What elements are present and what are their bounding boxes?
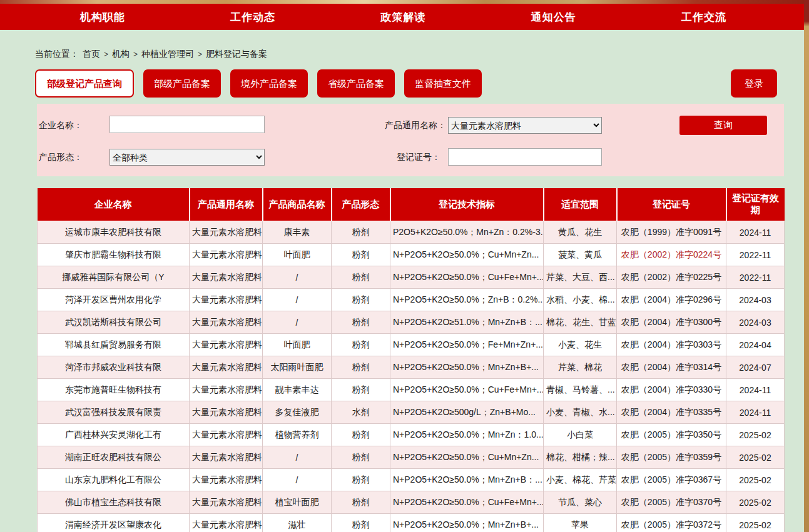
cell-cert: 农肥（2004）准字0300号: [617, 311, 726, 334]
cell-indicator: N+P2O5+K2O≥50.0%；Cu+Mn+Zn...: [390, 244, 544, 266]
cell-expiry: 2024-03: [726, 311, 785, 334]
cell-generic: 大量元素水溶肥料: [190, 401, 263, 424]
cert-no-input[interactable]: [448, 148, 602, 166]
cell-scope: 菠菜、黄瓜: [544, 244, 617, 266]
cell-trade: 植物营养剂: [263, 424, 332, 446]
cell-cert: 农肥（2005）准字0367号: [617, 469, 726, 491]
nav-item-4[interactable]: 工作交流: [629, 10, 779, 24]
cell-form: 粉剂: [332, 446, 390, 469]
column-header-7: 登记证有效期: [726, 188, 785, 221]
nav-item-1[interactable]: 工作动态: [178, 10, 328, 24]
cell-generic: 大量元素水溶肥料: [190, 311, 263, 334]
tab-1[interactable]: 部级产品备案: [143, 69, 221, 98]
table-row: 挪威雅苒国际有限公司（Y大量元素水溶肥料/粉剂N+P2O5+K2O≥50.0%；…: [38, 266, 785, 289]
cell-trade: 太阳雨叶面肥: [263, 356, 332, 379]
cell-expiry: 2024-03: [726, 289, 785, 311]
cell-expiry: 2022-11: [726, 244, 785, 266]
query-button[interactable]: 查询: [679, 116, 767, 135]
cell-generic: 大量元素水溶肥料: [190, 244, 263, 266]
table-row: 武汉富强科技发展有限责大量元素水溶肥料多复佳液肥水剂N+P2O5+K2O≥500…: [38, 401, 785, 424]
table-row: 菏泽开发区曹州农用化学大量元素水溶肥料/粉剂N+P2O5+K2O≥50.0%；Z…: [38, 289, 785, 311]
cell-trade: /: [263, 469, 332, 491]
cell-expiry: 2025-02: [726, 491, 785, 514]
cell-form: 粉剂: [332, 491, 390, 514]
cell-expiry: 2025-02: [726, 514, 785, 532]
results-table: 企业名称产品通用名称产品商品名称产品形态登记技术指标适宜范围登记证号登记证有效期…: [37, 188, 785, 532]
tab-3[interactable]: 省级产品备案: [317, 69, 395, 98]
column-header-1: 产品通用名称: [190, 188, 263, 221]
cell-cert: 农肥（2005）准字0370号: [617, 491, 726, 514]
cell-generic: 大量元素水溶肥料: [190, 334, 263, 356]
product-form-label: 产品形态：: [39, 152, 83, 163]
product-form-select[interactable]: 全部种类: [109, 149, 265, 166]
breadcrumb-item-2[interactable]: 种植业管理司: [141, 49, 194, 60]
results-table-wrap: 企业名称产品通用名称产品商品名称产品形态登记技术指标适宜范围登记证号登记证有效期…: [37, 188, 784, 532]
cell-indicator: N+P2O5+K2O≥50.0%；Mn+Zn：1.0...: [390, 424, 544, 446]
cell-indicator: N+P2O5+K2O≥50.0%；Zn+B：0.2%...: [390, 289, 544, 311]
column-header-5: 适宜范围: [544, 188, 617, 221]
tabs-row: 部级登记产品查询部级产品备案境外产品备案省级产品备案监督抽查文件登录: [35, 69, 774, 98]
cell-form: 粉剂: [332, 289, 390, 311]
cell-cert: 农肥（2004）准字0330号: [617, 379, 726, 401]
cert-no-label: 登记证号：: [397, 152, 440, 163]
tab-0[interactable]: 部级登记产品查询: [35, 69, 134, 98]
cell-scope: 小白菜: [544, 424, 617, 446]
generic-name-select[interactable]: 大量元素水溶肥料: [448, 117, 602, 134]
cell-company: 挪威雅苒国际有限公司（Y: [38, 266, 190, 289]
cell-scope: 小麦、青椒、水...: [544, 401, 617, 424]
cell-trade: /: [263, 266, 332, 289]
cell-indicator: N+P2O5+K2O≥50.0%；Mn+Zn+B：...: [390, 469, 544, 491]
breadcrumb-separator: >: [133, 50, 138, 59]
table-row: 菏泽市邦威农业科技有限大量元素水溶肥料太阳雨叶面肥粉剂N+P2O5+K2O≥50…: [38, 356, 785, 379]
right-edge-banner: [804, 0, 809, 532]
table-row: 渭南经济开发区望康农化大量元素水溶肥料滋壮粉剂N+P2O5+K2O≥50.0%；…: [38, 514, 785, 532]
tab-2[interactable]: 境外产品备案: [230, 69, 308, 98]
cell-company: 湖南正旺农肥科技有限公: [38, 446, 190, 469]
cell-scope: 棉花、柑橘；辣...: [544, 446, 617, 469]
cell-scope: 青椒、马铃薯、...: [544, 379, 617, 401]
cell-cert: 农肥（2002）准字0225号: [617, 266, 726, 289]
cell-cert: 农肥（2004）准字0314号: [617, 356, 726, 379]
table-row: 郓城县红盾贸易服务有限大量元素水溶肥料叶面肥粉剂N+P2O5+K2O≥50.0%…: [38, 334, 785, 356]
nav-item-3[interactable]: 通知公告: [479, 10, 629, 24]
cell-generic: 大量元素水溶肥料: [190, 221, 263, 244]
login-button[interactable]: 登录: [731, 69, 777, 98]
cell-company: 佛山市植宝生态科技有限: [38, 491, 190, 514]
cell-expiry: 2024-04: [726, 334, 785, 356]
cell-generic: 大量元素水溶肥料: [190, 491, 263, 514]
tab-4[interactable]: 监督抽查文件: [404, 69, 482, 98]
cell-generic: 大量元素水溶肥料: [190, 289, 263, 311]
cell-scope: 水稻、小麦、棉...: [544, 289, 617, 311]
company-name-label: 企业名称：: [39, 120, 83, 131]
cell-expiry: 2025-02: [726, 469, 785, 491]
table-row: 运城市康丰农肥科技有限大量元素水溶肥料康丰素粉剂P2O5+K2O≥50.0%；M…: [38, 221, 785, 244]
cell-expiry: 2024-11: [726, 401, 785, 424]
cell-cert: 农肥（1999）准字0091号: [617, 221, 726, 244]
breadcrumb-item-0[interactable]: 首页: [83, 49, 100, 60]
cell-trade: /: [263, 289, 332, 311]
cell-company: 武汉富强科技发展有限责: [38, 401, 190, 424]
company-name-input[interactable]: [109, 116, 265, 133]
cell-form: 粉剂: [332, 469, 390, 491]
cell-trade: 叶面肥: [263, 244, 332, 266]
cell-trade: 靓丰素丰达: [263, 379, 332, 401]
breadcrumb-item-1[interactable]: 机构: [112, 49, 130, 60]
cell-indicator: N+P2O5+K2O≥51.0%；Mn+Zn+B：...: [390, 311, 544, 334]
generic-name-label: 产品通用名称：: [385, 120, 446, 131]
breadcrumb-separator: >: [198, 50, 202, 59]
cell-cert: 农肥（2005）准字0372号: [617, 514, 726, 532]
cell-scope: 苹果: [544, 514, 617, 532]
breadcrumb: 当前位置： 首页>机构>种植业管理司>肥料登记与备案: [35, 49, 809, 60]
table-row: 山东京九肥料化工有限公大量元素水溶肥料/粉剂N+P2O5+K2O≥50.0%；M…: [38, 469, 785, 491]
cell-expiry: 2022-11: [726, 266, 785, 289]
nav-item-0[interactable]: 机构职能: [28, 10, 178, 24]
table-row: 湖南正旺农肥科技有限公大量元素水溶肥料/粉剂N+P2O5+K2O≥50.0%；C…: [38, 446, 785, 469]
cell-indicator: N+P2O5+K2O≥50.0%；Cu+Fe+Mn+...: [390, 491, 544, 514]
breadcrumb-item-3[interactable]: 肥料登记与备案: [206, 49, 267, 60]
cell-company: 渭南经济开发区望康农化: [38, 514, 190, 532]
cell-company: 东莞市施普旺生物科技有: [38, 379, 190, 401]
column-header-3: 产品形态: [332, 188, 390, 221]
cell-scope: 小麦、棉花、芹菜: [544, 469, 617, 491]
cell-form: 水剂: [332, 401, 390, 424]
nav-item-2[interactable]: 政策解读: [328, 10, 478, 24]
